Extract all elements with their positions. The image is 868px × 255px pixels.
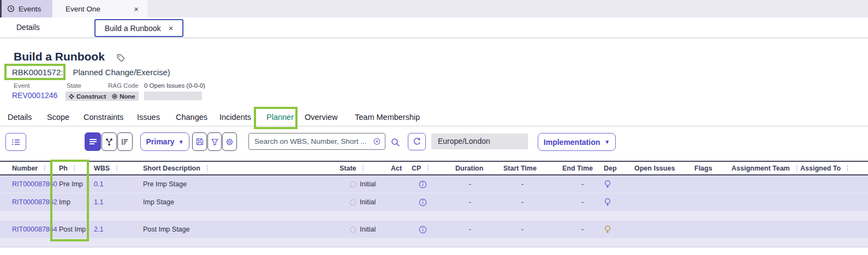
cell-number-link[interactable]: RIT000087862 (12, 198, 59, 206)
cell-duration: - (455, 180, 503, 188)
table-row[interactable]: RIT000087862 Imp 1.1 Imp Stage Initial -… (0, 193, 868, 211)
column-menu-icon[interactable]: ⋮ (845, 165, 851, 172)
planner-toolbar: Primary ▼ Europe/London Implementatio (0, 131, 868, 157)
gear-icon (225, 138, 234, 146)
column-menu-icon[interactable]: ⋮ (360, 165, 366, 172)
search-button[interactable] (389, 136, 402, 149)
info-icon[interactable] (419, 180, 455, 189)
state-field-label: State (67, 82, 81, 89)
column-menu-icon[interactable]: ⋮ (41, 165, 47, 172)
cell-number-link[interactable]: RIT000087864 (12, 226, 59, 233)
column-menu-icon[interactable]: ⋮ (425, 165, 431, 172)
cell-start-time: - (503, 198, 562, 206)
col-header-end-time[interactable]: End Time (562, 165, 604, 172)
tab-event-one-label: Event One (66, 5, 134, 13)
tab-team-membership[interactable]: Team Membership (355, 113, 420, 122)
cell-dep (604, 225, 634, 234)
rag-badge-label: None (120, 93, 135, 100)
state-badge-label: Construct (76, 93, 106, 100)
col-header-cp[interactable]: CP⋮ (412, 165, 455, 172)
list-view-button[interactable] (85, 132, 101, 151)
table-row[interactable]: RIT000087860 Pre Imp 0.1 Pre Imp Stage I… (0, 175, 868, 193)
tab-planner[interactable]: Planner (266, 113, 294, 122)
col-header-start-time[interactable]: Start Time (503, 165, 562, 172)
bulb-icon[interactable] (604, 198, 634, 207)
cell-state: Initial (340, 198, 391, 206)
tag-icon[interactable] (116, 53, 125, 62)
cell-ph: Post Imp (59, 226, 94, 233)
search-input[interactable] (254, 137, 373, 145)
search-icon (391, 138, 400, 147)
tab-events[interactable]: Events (2, 0, 52, 17)
row-spacer (0, 211, 868, 221)
col-header-duration[interactable]: Duration (455, 165, 503, 172)
flow-view-button[interactable] (102, 132, 117, 151)
close-icon[interactable]: × (168, 24, 173, 32)
table-row[interactable]: RIT000087864 Post Imp 2.1 Post Imp Stage… (0, 221, 868, 239)
col-header-state[interactable]: State⋮ (340, 165, 391, 172)
column-menu-icon[interactable]: ⋮ (114, 165, 120, 172)
primary-view-dropdown[interactable]: Primary ▼ (140, 132, 189, 151)
state-initial-icon (350, 199, 356, 205)
col-header-act[interactable]: Act (391, 165, 412, 172)
col-header-open-issues[interactable]: Open Issues (634, 165, 694, 172)
tab-constraints[interactable]: Constraints (84, 113, 123, 122)
col-header-dep[interactable]: Dep (604, 165, 634, 172)
sub-tab-details[interactable]: Details (16, 23, 40, 32)
col-header-wbs[interactable]: WBS⋮ (94, 165, 143, 172)
info-icon[interactable] (419, 226, 455, 234)
sub-tab-build-a-runbook[interactable]: Build a Runbook × (94, 19, 183, 37)
save-icon (196, 138, 204, 145)
cell-wbs-link[interactable]: 2.1 (94, 226, 143, 233)
filter-button[interactable] (207, 132, 222, 151)
refresh-button[interactable] (408, 133, 426, 150)
close-icon[interactable]: × (134, 5, 139, 13)
cell-wbs-link[interactable]: 1.1 (94, 198, 143, 206)
save-button[interactable] (192, 132, 207, 151)
chevron-down-icon: ▼ (179, 139, 184, 145)
tab-scope[interactable]: Scope (47, 113, 69, 122)
table-footer-strip (0, 239, 868, 247)
record-subtitle: RBK0001572:Planned Change/Exercise) (12, 68, 170, 77)
col-header-ph[interactable]: Ph⋮ (59, 165, 94, 172)
record-id: RBK0001572: (12, 68, 63, 77)
gantt-icon (121, 138, 129, 145)
col-header-assignment-team[interactable]: Assignment Team⋮ (732, 165, 800, 172)
branch-icon (105, 138, 113, 145)
col-header-assigned-to[interactable]: Assigned To⋮ (800, 165, 849, 172)
info-icon[interactable] (419, 198, 455, 207)
record-tab-strip: Details Scope Constraints Issues Changes… (0, 109, 868, 126)
cell-number-link[interactable]: RIT000087860 (12, 180, 59, 188)
cell-duration: - (455, 226, 503, 233)
cell-cp (412, 198, 455, 207)
column-menu-icon[interactable]: ⋮ (794, 165, 800, 172)
tab-details[interactable]: Details (8, 113, 32, 122)
column-menu-icon[interactable]: ⋮ (204, 165, 210, 172)
bulb-icon[interactable] (604, 225, 634, 234)
cell-duration: - (455, 198, 503, 206)
settings-button[interactable] (222, 132, 237, 151)
col-header-number[interactable]: Number⋮ (12, 165, 59, 172)
tab-overview[interactable]: Overview (305, 113, 337, 122)
tab-event-one[interactable]: Event One × (52, 0, 147, 17)
tab-changes[interactable]: Changes (176, 113, 207, 122)
event-link[interactable]: REV0001246 (12, 91, 57, 100)
construct-state-icon (69, 94, 74, 99)
bulb-icon[interactable] (604, 180, 634, 189)
phase-dropdown[interactable]: Implementation ▼ (538, 133, 616, 151)
list-panel-icon (11, 138, 20, 146)
cell-wbs-link[interactable]: 0.1 (94, 180, 143, 188)
cell-dep (604, 198, 634, 207)
tab-incidents[interactable]: Incidents (219, 113, 251, 122)
col-header-flags[interactable]: Flags (694, 165, 732, 172)
col-header-short-description[interactable]: Short Description⋮ (143, 165, 340, 172)
sub-tab-bar: Details Build a Runbook × (0, 17, 868, 38)
cell-ph: Pre Imp (59, 180, 94, 188)
clear-search-icon[interactable] (373, 138, 381, 145)
cell-ph: Imp (59, 198, 94, 206)
gantt-view-button[interactable] (117, 132, 133, 151)
timezone-field: Europe/London (431, 133, 528, 149)
toggle-panel-button[interactable] (5, 133, 26, 151)
tab-issues[interactable]: Issues (137, 113, 160, 122)
column-menu-icon[interactable]: ⋮ (72, 165, 78, 172)
